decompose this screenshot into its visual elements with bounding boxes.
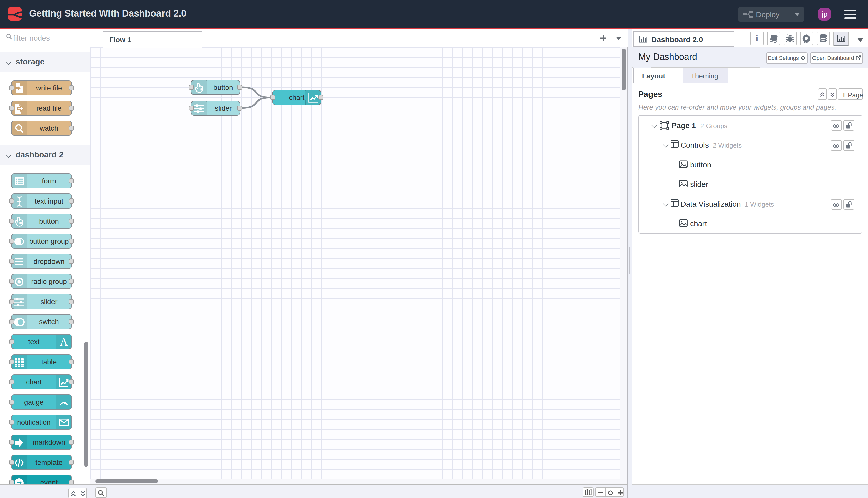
svg-text:A: A [60,337,68,348]
